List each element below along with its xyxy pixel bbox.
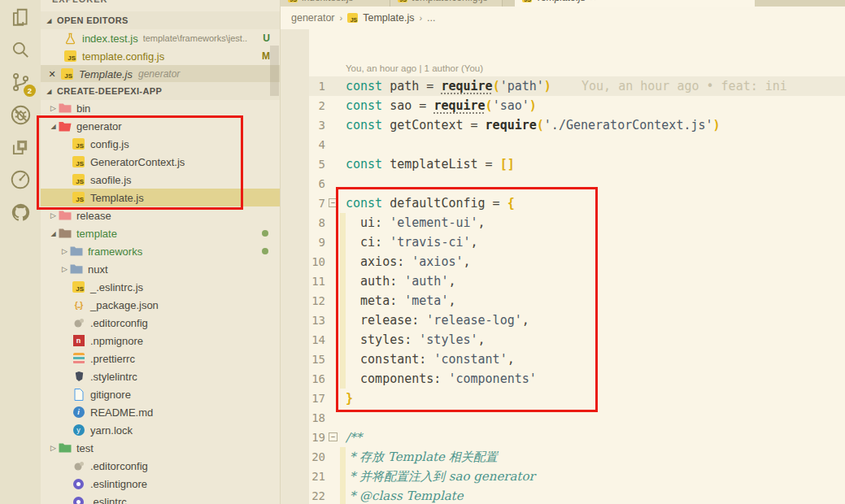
code-line-12[interactable]: 12 meta: 'meta',: [281, 291, 845, 311]
editorconfig-icon: [72, 459, 85, 472]
js-file-icon: JS: [60, 67, 74, 80]
code-line-16[interactable]: 16 components: 'components': [281, 369, 845, 389]
tree-item-frameworks[interactable]: ▷frameworks: [41, 242, 280, 260]
code-text: release: 'release-log',: [346, 311, 529, 330]
tab-close-icon[interactable]: ✕: [590, 0, 596, 2]
tree-item-template[interactable]: ◢template: [41, 224, 280, 242]
tree-item-release[interactable]: ▷release: [41, 206, 280, 224]
code-line-1[interactable]: 1const path = require('path')You, an hou…: [281, 76, 845, 96]
git-change-dot: [262, 248, 268, 254]
chevron-collapsed-icon[interactable]: ▷: [49, 104, 58, 112]
open-editor-path: template\frameworks\jest...: [143, 33, 247, 43]
open-editor-item[interactable]: index.test.jstemplate\frameworks\jest...…: [41, 29, 280, 47]
tree-item-label: _package.json: [90, 299, 159, 311]
breadcrumb-folder[interactable]: generator: [291, 12, 335, 24]
tree-item--package-json[interactable]: {..}_package.json: [41, 296, 280, 314]
code-line-7[interactable]: 7−const defaultConfig = {: [281, 193, 845, 213]
open-editors-header[interactable]: ◢ OPEN EDITORS: [41, 11, 280, 29]
open-editor-item[interactable]: JStemplate.config.jsM: [41, 47, 280, 65]
tree-item--eslintrc-js[interactable]: JS_.eslintrc.js: [41, 278, 280, 296]
folder-brown-icon: [58, 227, 72, 240]
code-text: const defaultConfig = {: [346, 193, 515, 213]
tree-item--npmignore[interactable]: n.npmignore: [41, 332, 280, 350]
prettier-icon: [72, 352, 85, 365]
code-line-19[interactable]: 19−/**: [281, 428, 845, 447]
code-line-18[interactable]: 18: [281, 408, 845, 428]
chevron-collapsed-icon[interactable]: ▷: [49, 211, 58, 219]
code-line-6[interactable]: 6: [281, 174, 845, 193]
code-line-21[interactable]: 21 * 并将配置注入到 sao generator: [281, 467, 845, 486]
code-line-4[interactable]: 4: [281, 135, 845, 154]
tree-item-label: frameworks: [88, 245, 142, 258]
folder-green-icon: [58, 441, 72, 454]
code-line-20[interactable]: 20 * 存放 Template 相关配置: [281, 447, 845, 467]
tree-item-nuxt[interactable]: ▷nuxt: [41, 260, 280, 278]
debug-icon[interactable]: [7, 102, 33, 128]
gauge-icon[interactable]: [7, 167, 33, 193]
tree-item-label: saofile.js: [90, 174, 132, 186]
json-file-icon: {..}: [72, 298, 85, 311]
codelens-annotation[interactable]: You, an hour ago | 1 author (You): [346, 63, 483, 73]
project-root-header[interactable]: ◢ CREATE-DEEPEXI-APP: [41, 82, 280, 100]
tab-index-test-js[interactable]: JSindex.test.js: [281, 0, 390, 7]
tree-item--editorconfig[interactable]: .editorconfig: [41, 457, 280, 475]
tree-item-readme-md[interactable]: iREADME.md: [41, 403, 280, 421]
tree-item--prettierrc[interactable]: .prettierrc: [41, 350, 280, 367]
extensions-icon[interactable]: [7, 134, 33, 160]
open-editor-item[interactable]: ✕JSTemplate.jsgenerator: [41, 65, 280, 83]
tree-item-yarn-lock[interactable]: yyarn.lock: [41, 421, 280, 439]
code-line-5[interactable]: 5const templateList = []: [281, 154, 845, 174]
code-line-2[interactable]: 2const sao = require('sao'): [281, 96, 845, 115]
fold-marker-icon[interactable]: −: [329, 198, 338, 207]
code-text: axios: 'axios',: [346, 252, 471, 272]
tree-item-gitignore[interactable]: gitignore: [41, 385, 280, 403]
tab-template-config-js[interactable]: JStemplate.config.js: [390, 0, 503, 7]
tree-item--stylelintrc[interactable]: .stylelintrc: [41, 367, 280, 385]
code-line-11[interactable]: 11 auth: 'auth',: [281, 272, 845, 291]
git-change-dot: [262, 230, 268, 237]
chevron-collapsed-icon[interactable]: ▷: [60, 265, 69, 273]
code-text: /**: [346, 428, 362, 447]
tree-item--editorconfig[interactable]: .editorconfig: [41, 314, 280, 332]
sidebar-scrollbar[interactable]: [270, 46, 279, 96]
code-area[interactable]: You, an hour ago | 1 author (You) 1const…: [281, 29, 845, 504]
tree-item-template-js[interactable]: JSTemplate.js: [41, 189, 280, 206]
code-line-9[interactable]: 9 ci: 'travis-ci',: [281, 232, 845, 252]
tree-item-label: _.eslintrc.js: [90, 281, 143, 293]
code-line-3[interactable]: 3const getContext = require('./Generator…: [281, 115, 845, 135]
tree-item--eslintrc[interactable]: .eslintrc: [41, 493, 280, 504]
tree-item-config-js[interactable]: JSconfig.js: [41, 135, 280, 153]
github-icon[interactable]: [7, 199, 33, 225]
code-line-15[interactable]: 15 constant: 'constant',: [281, 350, 845, 369]
code-line-10[interactable]: 10 axios: 'axios',: [281, 252, 845, 272]
js-file-icon: JS: [398, 0, 407, 2]
code-text: }: [346, 389, 353, 408]
tree-item-saofile-js[interactable]: JSsaofile.js: [41, 171, 280, 189]
code-line-8[interactable]: 8 ui: 'element-ui',: [281, 213, 845, 232]
tree-item-generatorcontext-js[interactable]: JSGeneratorContext.js: [41, 153, 280, 171]
tree-item-bin[interactable]: ▷bin: [41, 99, 280, 117]
explorer-icon[interactable]: [7, 4, 33, 30]
code-line-22[interactable]: 22 * @class Template: [281, 486, 845, 504]
search-icon[interactable]: [7, 37, 33, 63]
close-icon[interactable]: ✕: [46, 69, 58, 80]
tree-item-test[interactable]: ▷test: [41, 439, 280, 457]
tree-item-generator[interactable]: ◢generator: [41, 117, 280, 135]
tab-template-js[interactable]: JSTemplate.js✕: [515, 0, 755, 7]
code-line-14[interactable]: 14 styles: 'styles',: [281, 330, 845, 350]
code-line-17[interactable]: 17}: [281, 389, 845, 408]
file-icon: [72, 388, 85, 401]
code-line-13[interactable]: 13 release: 'release-log',: [281, 311, 845, 330]
breadcrumb-file[interactable]: Template.js: [363, 12, 414, 24]
tree-item--eslintignore[interactable]: .eslintignore: [41, 475, 280, 493]
chevron-expanded-icon[interactable]: ◢: [49, 123, 58, 130]
source-control-icon[interactable]: 2: [7, 69, 33, 95]
fold-marker-icon[interactable]: −: [329, 432, 338, 441]
chevron-expanded-icon[interactable]: ◢: [49, 230, 58, 237]
tree-item-label: yarn.lock: [90, 424, 133, 437]
chevron-collapsed-icon[interactable]: ▷: [49, 444, 58, 452]
chevron-collapsed-icon[interactable]: ▷: [60, 247, 69, 255]
readme-info-icon: i: [72, 406, 85, 419]
explorer-title: EXPLORER: [52, 0, 108, 4]
breadcrumb-more[interactable]: ...: [427, 12, 435, 24]
